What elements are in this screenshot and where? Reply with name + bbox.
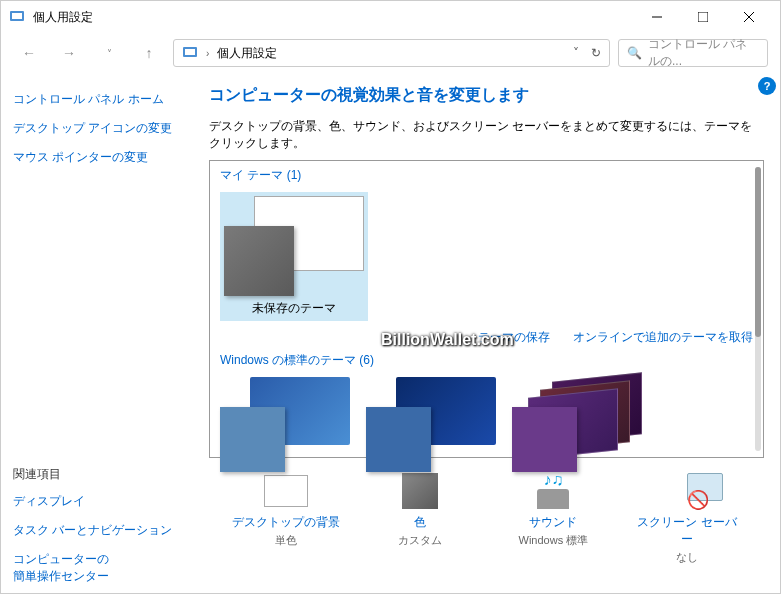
app-icon — [9, 9, 25, 25]
search-placeholder: コントロール パネルの... — [648, 36, 759, 70]
bottom-label: 色 — [365, 514, 475, 531]
theme-item-default-3[interactable] — [512, 377, 642, 472]
my-themes-label: マイ テーマ (1) — [220, 167, 753, 184]
sidebar-link-display[interactable]: ディスプレイ — [13, 493, 189, 510]
svg-rect-1 — [12, 13, 22, 19]
sounds-button[interactable]: サウンド Windows 標準 — [498, 472, 608, 565]
theme-item-default-2[interactable] — [366, 377, 496, 472]
svg-rect-3 — [698, 12, 708, 22]
dropdown-icon[interactable]: ˅ — [573, 46, 579, 60]
sidebar-link-taskbar[interactable]: タスク バーとナビゲーション — [13, 522, 189, 539]
theme-item-unsaved[interactable]: 未保存のテーマ — [220, 192, 368, 321]
search-input[interactable]: 🔍 コントロール パネルの... — [618, 39, 768, 67]
forward-button[interactable]: → — [53, 37, 85, 69]
minimize-button[interactable] — [634, 1, 680, 33]
back-button[interactable]: ← — [13, 37, 45, 69]
chevron-right-icon: › — [206, 48, 209, 59]
breadcrumb-text: 個人用設定 — [217, 45, 277, 62]
maximize-button[interactable] — [680, 1, 726, 33]
desktop-bg-icon — [264, 475, 308, 507]
bottom-value: カスタム — [365, 533, 475, 548]
sidebar-link-ease-of-access[interactable]: コンピューターの 簡単操作センター — [13, 551, 189, 585]
bottom-value: なし — [632, 550, 742, 565]
theme-caption: 未保存のテーマ — [224, 300, 364, 317]
themes-panel: マイ テーマ (1) 未保存のテーマ テーマの保存 オンラインで追加のテーマを取… — [209, 160, 764, 458]
default-themes-label: Windows の標準のテーマ (6) — [220, 352, 753, 369]
bottom-label: デスクトップの背景 — [231, 514, 341, 531]
up-button[interactable]: ↑ — [133, 37, 165, 69]
color-button[interactable]: 色 カスタム — [365, 472, 475, 565]
theme-thumbnail — [224, 196, 364, 296]
monitor-icon — [182, 45, 198, 61]
recent-button[interactable]: ˅ — [93, 37, 125, 69]
sidebar-link-control-panel[interactable]: コントロール パネル ホーム — [13, 91, 189, 108]
sidebar-link-mouse-pointer[interactable]: マウス ポインターの変更 — [13, 149, 189, 166]
theme-item-default-1[interactable] — [220, 377, 350, 472]
save-theme-link[interactable]: テーマの保存 — [478, 330, 550, 344]
page-title: コンピューターの視覚効果と音を変更します — [209, 85, 764, 106]
close-button[interactable] — [726, 1, 772, 33]
related-items-label: 関連項目 — [13, 466, 189, 483]
refresh-icon[interactable]: ↻ — [591, 46, 601, 60]
scrollbar[interactable] — [755, 167, 761, 451]
help-icon[interactable]: ? — [758, 77, 776, 95]
address-bar[interactable]: › 個人用設定 ˅ ↻ — [173, 39, 610, 67]
bottom-label: サウンド — [498, 514, 608, 531]
sidebar-link-desktop-icons[interactable]: デスクトップ アイコンの変更 — [13, 120, 189, 137]
color-icon — [402, 473, 438, 509]
get-online-themes-link[interactable]: オンラインで追加のテーマを取得 — [573, 330, 753, 344]
screensaver-button[interactable]: スクリーン セーバー なし — [632, 472, 742, 565]
search-icon: 🔍 — [627, 46, 642, 60]
bottom-value: 単色 — [231, 533, 341, 548]
desktop-background-button[interactable]: デスクトップの背景 単色 — [231, 472, 341, 565]
bottom-label: スクリーン セーバー — [632, 514, 742, 548]
bottom-value: Windows 標準 — [498, 533, 608, 548]
sound-icon — [533, 473, 573, 509]
screensaver-icon — [667, 473, 707, 509]
page-description: デスクトップの背景、色、サウンド、およびスクリーン セーバーをまとめて変更するに… — [209, 118, 764, 152]
window-title: 個人用設定 — [33, 9, 634, 26]
svg-rect-7 — [185, 49, 195, 55]
